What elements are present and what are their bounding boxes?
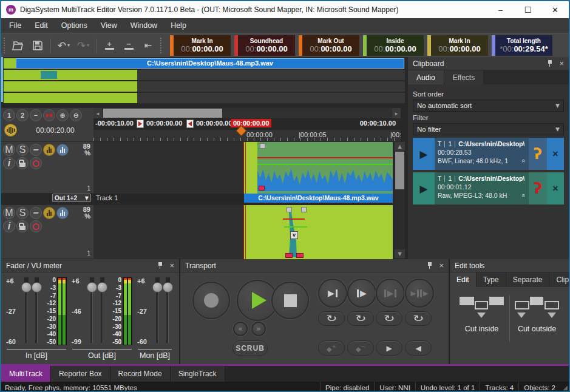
cut-inside-button[interactable]: Cut inside xyxy=(455,296,509,342)
sort-order-dropdown[interactable]: No automatic sort▼ xyxy=(413,100,564,112)
scroll-down-button[interactable]: ▼ xyxy=(395,249,405,258)
record-button[interactable] xyxy=(192,282,230,319)
lock-button[interactable] xyxy=(16,220,29,232)
fader-slider[interactable] xyxy=(87,277,97,345)
previous-marker-button[interactable]: ◀ xyxy=(405,340,432,356)
waveform-mode-button[interactable] xyxy=(4,124,17,137)
meter-view-button[interactable] xyxy=(56,144,69,156)
record-arm-button[interactable] xyxy=(30,157,42,169)
fader-knob[interactable] xyxy=(32,282,42,292)
clipboard-item-2[interactable]: ▶ T1C:\Users\nin\Desktop\ 00:00:01.12 Ra… xyxy=(413,172,564,204)
mute-button[interactable]: M xyxy=(3,144,15,156)
menu-window[interactable]: Window xyxy=(124,21,164,30)
mark-out-flag[interactable] xyxy=(186,120,194,128)
minimize-track-button[interactable]: − xyxy=(30,144,42,156)
overview-row-3[interactable] xyxy=(3,81,405,92)
collapse-chevron-icon[interactable]: « xyxy=(520,159,528,163)
overview-selected-file-bar[interactable]: C:\Users\nin\Desktop\Maus-48.mp3.wav xyxy=(16,58,404,69)
filter-dropdown[interactable]: No filter▼ xyxy=(413,123,564,135)
collapse-button[interactable]: − xyxy=(30,109,42,121)
remove-marker-button[interactable]: ◆− xyxy=(347,340,374,356)
fader-slider[interactable] xyxy=(98,277,107,345)
clip-marker-red[interactable] xyxy=(285,253,293,258)
tab-edit[interactable]: Edit xyxy=(450,272,477,287)
tab-singletrack[interactable]: SingleTrack xyxy=(171,366,225,382)
overview-row-2[interactable] xyxy=(3,70,405,80)
waveform-view-button[interactable] xyxy=(43,207,55,219)
solo-button[interactable]: S xyxy=(16,144,29,156)
menu-view[interactable]: View xyxy=(94,21,124,30)
play-from-mark-button[interactable]: ▶ xyxy=(347,279,376,308)
play-to-mark-button[interactable]: ▶ xyxy=(318,279,347,308)
zoom-to-selection-button[interactable] xyxy=(43,109,55,121)
menu-edit[interactable]: Edit xyxy=(28,21,55,30)
cut-outside-button[interactable]: Cut outside xyxy=(510,296,565,342)
clip-handle[interactable] xyxy=(301,207,307,212)
remove-clip-button[interactable]: × xyxy=(547,172,564,204)
ruler-marker-row[interactable]: -00:00:10.00 00:00:00.00 00:00:00.00 00:… xyxy=(93,118,401,130)
overview-row-4[interactable] xyxy=(3,93,405,103)
play-clip-button[interactable]: ▶ xyxy=(413,172,435,204)
waveform-view-button[interactable] xyxy=(43,144,55,156)
timeline-scrollbar[interactable]: ◂ ▸ xyxy=(93,108,401,118)
scroll-left-button[interactable]: ◂ xyxy=(93,108,102,118)
ruler-tick-row[interactable]: 00:00:00 |00:00:05 |00: xyxy=(93,130,401,141)
mark-in-flag[interactable] xyxy=(137,120,144,128)
track-2-content[interactable]: v xyxy=(93,205,393,259)
clip-green-level-line[interactable] xyxy=(257,164,393,165)
clip-marker-red[interactable] xyxy=(296,253,304,258)
pin-icon[interactable] xyxy=(547,60,553,67)
minimize-button[interactable]: – xyxy=(487,1,514,18)
undo-button[interactable]: ↶▾ xyxy=(54,36,73,55)
output-routing-dropdown[interactable]: Out 1+2▼ xyxy=(52,194,91,202)
play-clip-button[interactable]: ▶ xyxy=(413,138,435,170)
tab-reporter-box[interactable]: Reporter Box xyxy=(51,366,110,382)
close-panel-icon[interactable]: × xyxy=(169,263,174,269)
collapse-chevron-icon[interactable]: « xyxy=(520,194,528,197)
fader-slider[interactable] xyxy=(32,277,41,345)
fader-slider[interactable] xyxy=(22,277,31,345)
menu-file[interactable]: File xyxy=(2,21,28,30)
close-panel-icon[interactable]: × xyxy=(439,263,444,269)
group-1-button[interactable]: 1 xyxy=(3,109,15,121)
play-selection-button[interactable]: ▶ xyxy=(376,279,405,308)
pin-icon[interactable] xyxy=(427,262,433,269)
fader-knob[interactable] xyxy=(97,282,107,292)
fader-slider[interactable] xyxy=(153,277,162,345)
remove-marker-button[interactable]: − xyxy=(119,36,138,55)
resize-grip-icon[interactable]: ◢ xyxy=(560,384,569,391)
tab-record-mode[interactable]: Record Mode xyxy=(110,366,171,382)
overview-row-1[interactable]: C:\Users\nin\Desktop\Maus-48.mp3.wav xyxy=(3,58,405,69)
close-button[interactable]: ✕ xyxy=(541,1,569,18)
toolbar-grip[interactable] xyxy=(4,38,6,53)
clip-marker-red[interactable] xyxy=(259,186,265,191)
clip-handle[interactable] xyxy=(260,143,265,149)
track-1-label-row[interactable]: Track 1 C:\Users\nin\Desktop\Maus-48.mp3… xyxy=(93,194,393,203)
tab-multitrack[interactable]: MultiTrack xyxy=(1,366,51,382)
clip-red-level-line[interactable] xyxy=(283,218,305,220)
pin-icon[interactable] xyxy=(157,262,163,269)
scrollbar-thumb[interactable] xyxy=(395,152,404,189)
solo-button[interactable]: S xyxy=(16,207,29,219)
toolbar-grip-2[interactable] xyxy=(160,38,163,53)
track-vertical-scrollbar[interactable]: ▲ ▼ xyxy=(395,142,405,259)
clip-green-level-line[interactable] xyxy=(284,226,307,228)
scroll-right-button[interactable]: ▸ xyxy=(392,108,401,118)
tab-clip-in[interactable]: Clip & In xyxy=(549,272,569,287)
track-1-clip[interactable] xyxy=(244,142,393,194)
tab-effects[interactable]: Effects xyxy=(444,70,484,84)
menu-options[interactable]: Options xyxy=(55,21,94,30)
snap-to-start-button[interactable]: ⇤ xyxy=(138,36,158,55)
volume-point-badge[interactable]: v xyxy=(290,231,298,239)
clipboard-item-1[interactable]: ▶ T1C:\Users\nin\Desktop\ 00:00:28.53 BW… xyxy=(413,138,564,170)
zoom-out-button[interactable]: ⊖ xyxy=(70,109,82,121)
tab-type[interactable]: Type xyxy=(477,272,506,287)
meter-view-button[interactable] xyxy=(56,207,69,219)
add-marker-button[interactable]: ◆+ xyxy=(318,340,345,356)
mute-button[interactable]: M xyxy=(3,207,15,219)
clip-filename-bar[interactable]: C:\Users\nin\Desktop\Maus-48.mp3.wav xyxy=(244,194,393,203)
tab-audio[interactable]: Audio xyxy=(408,70,444,84)
fader-knob[interactable] xyxy=(87,282,97,292)
loop-button-4[interactable]: ↻ xyxy=(405,311,432,326)
minimize-track-button[interactable]: − xyxy=(30,207,42,219)
